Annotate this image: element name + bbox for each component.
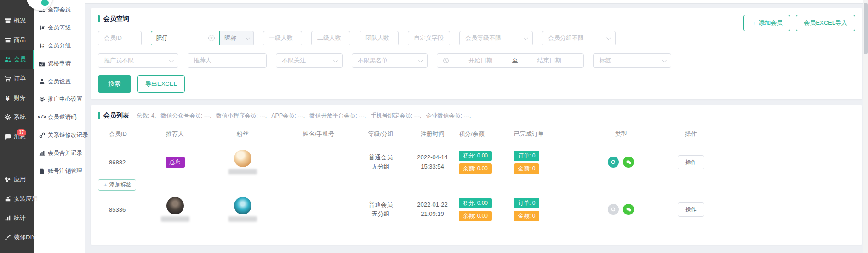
col-reg-time: 注册时间 — [406, 130, 459, 138]
title-accent-bar — [98, 112, 100, 119]
date-range-picker[interactable]: 开始日期 至 结束日期 — [437, 53, 584, 68]
stat-app: APP会员--- — [271, 112, 305, 120]
sidebar-item-finance[interactable]: ¥ 财务 — [0, 88, 34, 107]
submenu-item-merge-log[interactable]: 会员合并记录 — [34, 144, 85, 162]
col-points-balance: 积分/余额 — [459, 130, 514, 138]
col-completed-orders: 已完成订单 — [514, 130, 585, 138]
stat-mini-program: 微信小程序会员--- — [216, 112, 267, 120]
blacklist-value: 不限黑名单 — [358, 56, 388, 65]
chat-bubble-icon — [4, 133, 11, 140]
sidebar-item-label: 商品 — [14, 36, 26, 44]
sidebar-item-overview[interactable]: 概况 — [0, 11, 34, 30]
sidebar-item-goods[interactable]: 商品 — [0, 30, 34, 50]
member-id-input[interactable]: 会员ID — [98, 31, 142, 45]
excel-import-button[interactable]: 会员EXCEL导入 — [796, 15, 855, 31]
follow-select[interactable]: 不限关注 — [276, 53, 343, 68]
submenu-item-account-cancel[interactable]: 账号注销管理 — [34, 162, 85, 180]
keyword-input[interactable]: 肥仔 — [151, 31, 220, 45]
member-query-card: 会员查询 ＋ 添加会员 会员EXCEL导入 会员ID 肥仔 昵称 — [91, 8, 862, 99]
tag-select[interactable]: 标签 — [593, 53, 671, 68]
page-scrollbar[interactable] — [863, 0, 868, 253]
submenu-item-label: 会员合并记录 — [48, 149, 82, 157]
link-icon — [39, 132, 45, 139]
wechat-icon — [623, 157, 634, 168]
submenu-item-qualification[interactable]: 资格申请 — [34, 55, 85, 73]
sidebar-spacer — [0, 146, 34, 170]
sort-az-icon: AZ — [39, 43, 45, 49]
level2-count-input[interactable]: 二级人数 — [311, 31, 350, 45]
sidebar-item-label: 会员 — [14, 55, 26, 63]
chevron-down-icon — [333, 58, 338, 62]
balance-badge: 余额: 0.00 — [459, 211, 492, 221]
submenu-item-label: 推广中心设置 — [48, 96, 82, 103]
chevron-down-icon — [246, 35, 250, 40]
search-button[interactable]: 搜索 — [98, 75, 131, 93]
file-icon — [39, 168, 45, 174]
chevron-down-icon — [169, 58, 174, 62]
submenu-item-invite-code[interactable]: </> 会员邀请码 — [34, 108, 85, 126]
amount-badge: 金额: 0 — [514, 163, 539, 174]
add-tag-button[interactable]: ＋添加标签 — [98, 179, 136, 191]
sidebar-item-stats[interactable]: 统计 — [0, 208, 34, 228]
sidebar-item-install-apps[interactable]: 安装应用 — [0, 189, 34, 208]
orders-cell: 订单: 0 金额: 0 — [514, 151, 585, 174]
sidebar-item-label: 安装应用 — [14, 195, 38, 203]
sidebar-item-system[interactable]: 系统 — [0, 107, 34, 127]
sidebar-item-orders[interactable]: 订单 — [0, 69, 34, 88]
sidebar-item-label: 概况 — [14, 17, 26, 25]
add-member-button[interactable]: ＋ 添加会员 — [743, 15, 791, 31]
member-list-card: 会员列表 总数4 微信公众号会员--- 微信小程序会员--- APP会员--- … — [91, 105, 862, 245]
table-row: 85336 普通会员无分组 — [98, 191, 855, 224]
date-start-input[interactable]: 开始日期 — [452, 56, 509, 65]
amount-badge: 金额: 0 — [514, 211, 539, 221]
avatar[interactable] — [166, 197, 184, 214]
row-action-button[interactable]: 操作 — [678, 202, 704, 217]
row-action-button[interactable]: 操作 — [678, 155, 704, 169]
member-level: 普通会员 — [369, 153, 393, 162]
points-balance-cell: 积分: 0.00 余额: 0.00 — [459, 198, 514, 221]
submenu-item-member-groups[interactable]: AZ 会员分组 — [34, 37, 85, 55]
follow-value: 不限关注 — [282, 56, 306, 65]
points-badge: 积分: 0.00 — [459, 151, 492, 161]
promoter-select[interactable]: 推广员不限 — [98, 53, 178, 68]
member-level-select[interactable]: 会员等级不限 — [459, 31, 533, 45]
submenu-item-label: 全部会员 — [48, 6, 71, 14]
top-strip — [85, 0, 868, 4]
sidebar-item-diy[interactable]: 装修DIY — [0, 228, 34, 247]
team-count-input[interactable]: 团队人数 — [360, 31, 399, 45]
sidebar-item-apps[interactable]: 应用 — [0, 170, 34, 189]
wechat-icon — [623, 204, 634, 215]
sidebar-item-members[interactable]: 会员 — [0, 50, 34, 69]
query-card-title: 会员查询 — [103, 15, 129, 23]
referrer-input[interactable]: 推荐人 — [188, 53, 267, 68]
avatar[interactable] — [234, 150, 251, 167]
plus-icon: ＋ — [103, 181, 108, 188]
points-balance-cell: 积分: 0.00 余额: 0.00 — [459, 151, 514, 174]
level1-count-input[interactable]: 一级人数 — [263, 31, 302, 45]
sidebar-item-messages[interactable]: 消息 17 — [0, 127, 34, 146]
keyword-type-select[interactable]: 昵称 — [220, 31, 254, 45]
avatar[interactable] — [234, 197, 251, 214]
blacklist-select[interactable]: 不限黑名单 — [352, 53, 428, 68]
custom-field-input[interactable]: 自定义字段 — [408, 31, 450, 45]
gear-icon — [39, 96, 45, 103]
table-row: 86882 总店 普通会员无分组 2022-04-1415:33:54 — [98, 144, 855, 176]
export-excel-button[interactable]: 导出EXCEL — [137, 75, 185, 93]
date-end-input[interactable]: 结束日期 — [521, 56, 578, 65]
mini-program-icon — [608, 157, 619, 168]
submenu-item-label: 资格申请 — [48, 60, 71, 67]
member-group-select[interactable]: 会员分组不限 — [542, 31, 616, 45]
submenu-item-relation-log[interactable]: 关系链修改记录 — [34, 126, 85, 144]
submenu-item-label: 关系链修改记录 — [48, 131, 88, 139]
submenu-item-member-levels[interactable]: 会员等级 — [34, 19, 85, 37]
clear-icon[interactable] — [208, 35, 215, 41]
submenu-item-promo-center-settings[interactable]: 推广中心设置 — [34, 90, 85, 108]
col-referrer: 推荐人 — [146, 130, 204, 138]
submenu-item-member-settings[interactable]: 会员设置 — [34, 73, 85, 90]
stat-total: 总数4 — [137, 112, 156, 120]
redacted-nickname — [161, 216, 189, 222]
tag-value: 标签 — [599, 56, 611, 65]
reg-time-cell: 2022-04-1415:33:54 — [406, 153, 459, 171]
reg-time: 15:33:54 — [417, 162, 448, 171]
scrollbar-thumb[interactable] — [864, 3, 868, 54]
